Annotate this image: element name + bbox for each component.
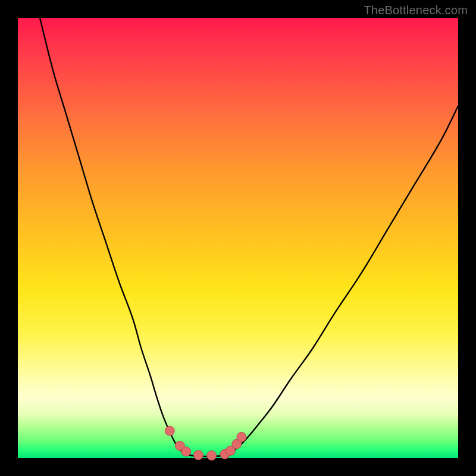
valley-marker (207, 451, 217, 461)
plot-area (18, 18, 458, 458)
valley-marker (193, 450, 203, 460)
valley-marker (181, 447, 191, 456)
chart-svg (18, 18, 458, 458)
bottleneck-curve (40, 18, 458, 456)
valley-marker (237, 432, 246, 441)
chart-frame: TheBottleneck.com (0, 0, 476, 476)
valley-markers (165, 426, 246, 460)
valley-marker (165, 426, 174, 436)
watermark-text: TheBottleneck.com (364, 4, 468, 17)
